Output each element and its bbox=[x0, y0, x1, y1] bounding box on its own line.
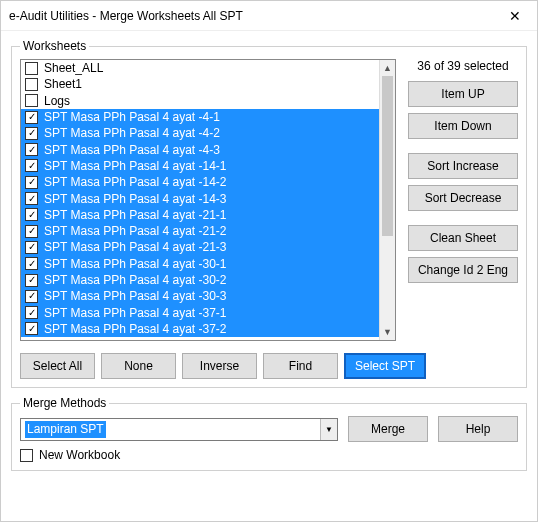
checkbox[interactable]: ✓ bbox=[25, 274, 38, 287]
list-item[interactable]: ✓SPT Masa PPh Pasal 4 ayat -21-2 bbox=[21, 223, 379, 239]
list-item-label: Logs bbox=[44, 94, 70, 108]
close-icon[interactable]: ✕ bbox=[492, 1, 537, 31]
merge-button[interactable]: Merge bbox=[348, 416, 428, 442]
list-item[interactable]: ✓SPT Masa PPh Pasal 4 ayat -4-2 bbox=[21, 125, 379, 141]
scroll-up-icon[interactable]: ▲ bbox=[380, 60, 395, 76]
checkbox[interactable] bbox=[25, 94, 38, 107]
list-item[interactable]: ✓SPT Masa PPh Pasal 4 ayat -4-3 bbox=[21, 141, 379, 157]
list-item-label: SPT Masa PPh Pasal 4 ayat -37-2 bbox=[44, 322, 227, 336]
checkbox[interactable] bbox=[25, 62, 38, 75]
checkbox[interactable]: ✓ bbox=[25, 290, 38, 303]
item-up-button[interactable]: Item UP bbox=[408, 81, 518, 107]
new-workbook-label: New Workbook bbox=[39, 448, 120, 462]
list-item-label: SPT Masa PPh Pasal 4 ayat -21-1 bbox=[44, 208, 227, 222]
scroll-thumb[interactable] bbox=[382, 76, 393, 236]
list-item[interactable]: ✓SPT Masa PPh Pasal 4 ayat -21-3 bbox=[21, 239, 379, 255]
checkbox[interactable]: ✓ bbox=[25, 159, 38, 172]
scrollbar[interactable]: ▲ ▼ bbox=[379, 60, 395, 340]
list-item-label: SPT Masa PPh Pasal 4 ayat -14-3 bbox=[44, 192, 227, 206]
checkbox[interactable] bbox=[25, 78, 38, 91]
list-item[interactable]: ✓SPT Masa PPh Pasal 4 ayat -30-3 bbox=[21, 288, 379, 304]
find-button[interactable]: Find bbox=[263, 353, 338, 379]
list-item[interactable]: ✓SPT Masa PPh Pasal 4 ayat -37-1 bbox=[21, 304, 379, 320]
none-button[interactable]: None bbox=[101, 353, 176, 379]
help-button[interactable]: Help bbox=[438, 416, 518, 442]
list-item-label: SPT Masa PPh Pasal 4 ayat -30-3 bbox=[44, 289, 227, 303]
new-workbook-checkbox[interactable] bbox=[20, 449, 33, 462]
list-item[interactable]: Logs bbox=[21, 93, 379, 109]
list-item-label: SPT Masa PPh Pasal 4 ayat -4-2 bbox=[44, 126, 220, 140]
checkbox[interactable]: ✓ bbox=[25, 111, 38, 124]
selection-status: 36 of 39 selected bbox=[408, 59, 518, 73]
list-item-label: SPT Masa PPh Pasal 4 ayat -30-1 bbox=[44, 257, 227, 271]
inverse-button[interactable]: Inverse bbox=[182, 353, 257, 379]
list-item[interactable]: ✓SPT Masa PPh Pasal 4 ayat -14-3 bbox=[21, 190, 379, 206]
sort-decrease-button[interactable]: Sort Decrease bbox=[408, 185, 518, 211]
list-item-label: SPT Masa PPh Pasal 4 ayat -37-1 bbox=[44, 306, 227, 320]
checkbox[interactable]: ✓ bbox=[25, 127, 38, 140]
window-title: e-Audit Utilities - Merge Worksheets All… bbox=[9, 9, 492, 23]
merge-legend: Merge Methods bbox=[20, 396, 109, 410]
list-item-label: SPT Masa PPh Pasal 4 ayat -30-2 bbox=[44, 273, 227, 287]
checkbox[interactable]: ✓ bbox=[25, 192, 38, 205]
item-down-button[interactable]: Item Down bbox=[408, 113, 518, 139]
merge-method-selected: Lampiran SPT bbox=[25, 421, 106, 438]
merge-method-combo[interactable]: Lampiran SPT ▼ bbox=[20, 418, 338, 441]
list-item-label: SPT Masa PPh Pasal 4 ayat -14-2 bbox=[44, 175, 227, 189]
change-id-button[interactable]: Change Id 2 Eng bbox=[408, 257, 518, 283]
list-item[interactable]: ✓SPT Masa PPh Pasal 4 ayat -30-2 bbox=[21, 272, 379, 288]
select-spt-button[interactable]: Select SPT bbox=[344, 353, 426, 379]
list-item[interactable]: ✓SPT Masa PPh Pasal 4 ayat -14-1 bbox=[21, 158, 379, 174]
checkbox[interactable]: ✓ bbox=[25, 241, 38, 254]
list-item-label: SPT Masa PPh Pasal 4 ayat -21-2 bbox=[44, 224, 227, 238]
list-item-label: SPT Masa PPh Pasal 4 ayat -21-3 bbox=[44, 240, 227, 254]
worksheets-legend: Worksheets bbox=[20, 39, 89, 53]
checkbox[interactable]: ✓ bbox=[25, 176, 38, 189]
checkbox[interactable]: ✓ bbox=[25, 143, 38, 156]
chevron-down-icon[interactable]: ▼ bbox=[320, 419, 337, 440]
checkbox[interactable]: ✓ bbox=[25, 208, 38, 221]
list-item[interactable]: ✓SPT Masa PPh Pasal 4 ayat -37-2 bbox=[21, 321, 379, 337]
list-item[interactable]: Sheet1 bbox=[21, 76, 379, 92]
sort-increase-button[interactable]: Sort Increase bbox=[408, 153, 518, 179]
list-item-label: Sheet1 bbox=[44, 77, 82, 91]
worksheets-listbox[interactable]: Sheet_ALLSheet1Logs✓SPT Masa PPh Pasal 4… bbox=[20, 59, 396, 341]
list-item[interactable]: ✓SPT Masa PPh Pasal 4 ayat -30-1 bbox=[21, 256, 379, 272]
checkbox[interactable]: ✓ bbox=[25, 322, 38, 335]
list-item-label: SPT Masa PPh Pasal 4 ayat -14-1 bbox=[44, 159, 227, 173]
list-item-label: Sheet_ALL bbox=[44, 61, 103, 75]
list-item-label: SPT Masa PPh Pasal 4 ayat -4-3 bbox=[44, 143, 220, 157]
scroll-down-icon[interactable]: ▼ bbox=[380, 324, 395, 340]
select-all-button[interactable]: Select All bbox=[20, 353, 95, 379]
checkbox[interactable]: ✓ bbox=[25, 306, 38, 319]
checkbox[interactable]: ✓ bbox=[25, 257, 38, 270]
list-item-label: SPT Masa PPh Pasal 4 ayat -4-1 bbox=[44, 110, 220, 124]
list-item[interactable]: ✓SPT Masa PPh Pasal 4 ayat -21-1 bbox=[21, 207, 379, 223]
list-item[interactable]: ✓SPT Masa PPh Pasal 4 ayat -4-1 bbox=[21, 109, 379, 125]
list-item[interactable]: ✓SPT Masa PPh Pasal 4 ayat -14-2 bbox=[21, 174, 379, 190]
clean-sheet-button[interactable]: Clean Sheet bbox=[408, 225, 518, 251]
list-item[interactable]: Sheet_ALL bbox=[21, 60, 379, 76]
checkbox[interactable]: ✓ bbox=[25, 225, 38, 238]
